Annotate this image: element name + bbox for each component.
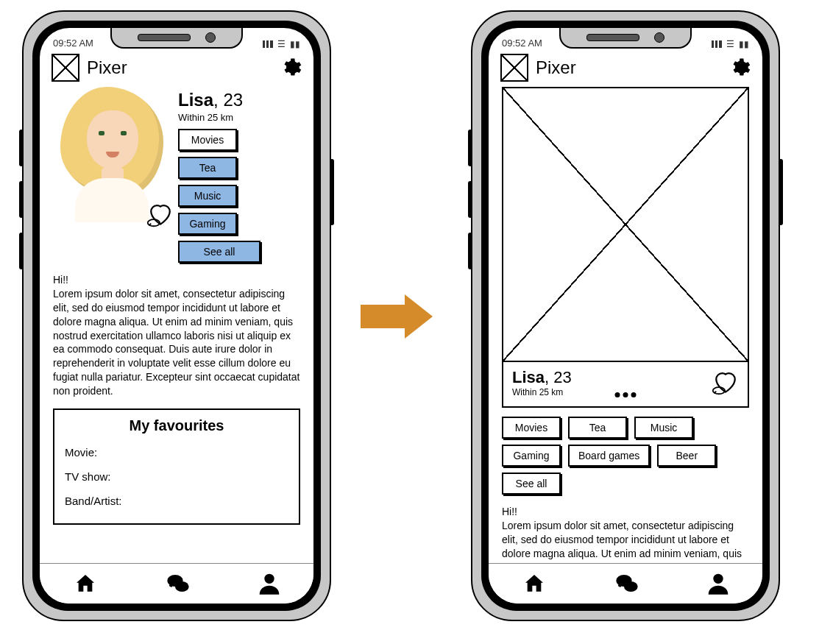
chat-icon [612,572,642,595]
gear-icon [729,57,751,79]
tag-tea[interactable]: Tea [178,157,237,179]
app-logo-icon[interactable] [52,54,79,82]
tag-music[interactable]: Music [634,417,693,439]
home-icon [521,572,547,595]
app-header: Pixer [489,50,762,85]
settings-button[interactable] [729,57,751,79]
profile-distance: Within 25 km [178,112,300,123]
svg-point-6 [624,581,638,592]
favourite-band-row: Band/Artist: [65,489,288,513]
tag-beer[interactable]: Beer [657,445,716,467]
tag-gaming[interactable]: Gaming [502,445,561,467]
favourites-box: My favourites Movie: TV show: Band/Artis… [53,408,300,525]
profile-greeting: Hi!! [53,273,300,287]
app-title: Pixer [536,57,721,78]
profile-name: Lisa [512,368,545,386]
battery-icon: ▮▮ [739,40,749,49]
bottom-nav [40,563,313,604]
profile-icon [258,572,281,595]
signal-icon [712,40,722,48]
tag-music[interactable]: Music [178,185,237,207]
nav-profile-button[interactable] [258,572,281,595]
profile-name-line: Lisa, 23 [512,368,739,387]
heart-chat-icon [709,367,742,396]
like-button[interactable] [709,367,742,396]
profile-card[interactable]: Lisa, 23 Within 25 km [502,87,749,408]
phone-notch [110,28,243,49]
bottom-nav [489,563,762,604]
wifi-icon: ☰ [277,40,286,49]
signal-icon [263,40,273,48]
profile-age: 23 [553,368,571,386]
status-time: 09:52 AM [502,38,542,49]
see-all-button[interactable]: See all [502,473,561,495]
svg-point-2 [175,581,189,592]
like-button[interactable] [144,199,177,228]
profile-age: 23 [223,90,243,110]
wifi-icon: ☰ [726,40,734,49]
phone-notch [559,28,692,49]
battery-icon: ▮▮ [290,40,300,49]
phone-right: 09:52 AM ☰ ▮▮ Pixer [471,10,780,621]
favourite-movie-row: Movie: [65,440,288,464]
favourites-title: My favourites [65,417,288,434]
gear-icon [280,57,302,79]
profile-bio: Lorem ipsum dolor sit amet, consectetur … [502,519,749,564]
favourite-tvshow-row: TV show: [65,464,288,489]
tag-movies[interactable]: Movies [502,417,561,439]
profile-avatar[interactable] [53,84,171,224]
profile-name: Lisa [178,90,213,110]
tag-movies[interactable]: Movies [178,129,237,151]
transition-arrow-icon [361,294,433,339]
app-header: Pixer [40,50,313,85]
phone-left: 09:52 AM ☰ ▮▮ Pixer [22,10,331,621]
svg-point-7 [713,574,723,584]
profile-name-line: Lisa, 23 [178,90,300,110]
nav-profile-button[interactable] [706,572,730,595]
tag-gaming[interactable]: Gaming [178,213,237,235]
nav-chat-button[interactable] [612,572,642,595]
see-all-button[interactable]: See all [178,241,260,263]
profile-bio: Lorem ipsum dolor sit amet, consectetur … [53,287,300,398]
settings-button[interactable] [280,57,302,79]
profile-greeting: Hi!! [502,505,749,519]
home-icon [72,572,99,595]
nav-chat-button[interactable] [163,572,193,595]
chat-icon [163,572,193,595]
heart-chat-icon [144,199,177,228]
profile-photo-placeholder[interactable] [503,88,748,362]
app-title: Pixer [87,57,272,78]
nav-home-button[interactable] [72,572,99,595]
tag-boardgames[interactable]: Board games [568,445,650,467]
app-logo-icon[interactable] [500,54,528,82]
nav-home-button[interactable] [521,572,547,595]
tag-tea[interactable]: Tea [568,417,627,439]
svg-point-3 [264,574,274,584]
status-time: 09:52 AM [53,38,93,49]
profile-icon [706,572,730,595]
pagination-dots[interactable] [615,392,637,397]
